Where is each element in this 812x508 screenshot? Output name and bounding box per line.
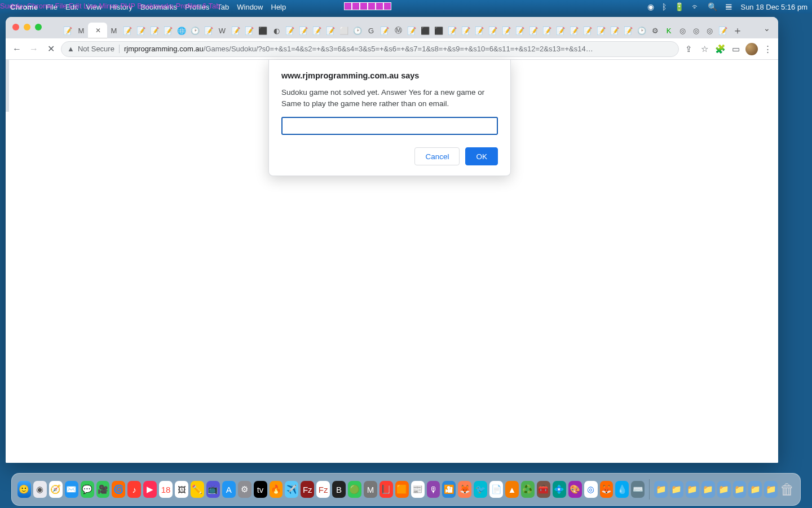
dialog-prompt-input[interactable] xyxy=(281,117,498,135)
tab-close-icon[interactable]: ✕ xyxy=(95,27,101,34)
dock-app-zoom[interactable]: 🎦 xyxy=(442,481,456,498)
tab[interactable]: 📝 xyxy=(581,23,594,38)
tab[interactable]: 📝 xyxy=(324,23,337,38)
tab[interactable]: Ⓜ xyxy=(391,23,405,38)
dock-app-filezilla[interactable]: Fz xyxy=(301,481,314,498)
dock-app-vlc[interactable]: ▲ xyxy=(505,481,519,498)
tab[interactable]: 📝 xyxy=(621,23,635,38)
active-tab[interactable]: ✕ xyxy=(88,23,107,38)
tab[interactable]: G xyxy=(364,23,378,38)
tab[interactable]: 📝 xyxy=(242,23,256,38)
dialog-cancel-button[interactable]: Cancel xyxy=(414,147,460,165)
tab[interactable]: 📝 xyxy=(716,23,730,38)
tab[interactable]: ⬛ xyxy=(256,23,270,38)
dock-app[interactable]: 💠 xyxy=(553,481,566,498)
tab[interactable]: ⬛ xyxy=(418,23,432,38)
recording-indicator-icon[interactable]: ◉ xyxy=(647,2,654,11)
tab[interactable]: 📝 xyxy=(134,23,148,38)
tab[interactable]: 📝 xyxy=(513,23,527,38)
battery-icon[interactable]: 🔋 xyxy=(674,2,684,11)
dock-app-notes[interactable]: ✏️ xyxy=(191,481,204,498)
address-bar[interactable]: ▲ Not Secure rjmprogramming.com.au /Game… xyxy=(61,41,679,57)
tab[interactable]: 📝 xyxy=(500,23,513,38)
tab[interactable]: 📝 xyxy=(310,23,324,38)
dock-app[interactable]: 🐦 xyxy=(474,481,487,498)
dock-app-settings[interactable]: ⚙ xyxy=(238,481,251,498)
dock-folder[interactable]: 📁 xyxy=(670,481,683,498)
dock-app[interactable]: ✈️ xyxy=(285,481,298,498)
side-panel-icon[interactable]: ▭ xyxy=(730,44,742,54)
back-button[interactable]: ← xyxy=(10,44,24,54)
dock-folder[interactable]: 📁 xyxy=(701,481,715,498)
share-icon[interactable]: ⇪ xyxy=(682,44,695,54)
dock-app[interactable]: 🟢 xyxy=(348,481,361,498)
dock-app-music[interactable]: ♪ xyxy=(127,481,141,498)
dock-app-mamp[interactable]: M xyxy=(364,481,377,498)
dock-app[interactable]: 📺 xyxy=(206,481,220,498)
dock-folder[interactable]: 📁 xyxy=(764,481,778,498)
dock-folder[interactable]: 📁 xyxy=(717,481,731,498)
tab[interactable]: 📝 xyxy=(148,23,161,38)
tab[interactable]: 📝 xyxy=(486,23,500,38)
dock-app[interactable]: ⌨️ xyxy=(631,481,645,498)
tab[interactable]: 📝 xyxy=(229,23,242,38)
tab[interactable]: 📝 xyxy=(594,23,608,38)
tab[interactable]: ◎ xyxy=(689,23,703,38)
dock-app-mail[interactable]: ✉️ xyxy=(65,481,78,498)
dock-app[interactable]: 🔥 xyxy=(270,481,283,498)
dock-app[interactable]: 📄 xyxy=(489,481,503,498)
dock-app-appstore[interactable]: A xyxy=(222,481,236,498)
tab[interactable]: 📝 xyxy=(202,23,215,38)
tab[interactable]: K xyxy=(662,23,676,38)
dock-app[interactable]: 📰 xyxy=(411,481,425,498)
control-centre-icon[interactable]: 𝌆 xyxy=(725,2,732,11)
tab[interactable]: 📝 xyxy=(445,23,459,38)
tab[interactable]: ◎ xyxy=(676,23,689,38)
tab[interactable]: 🕑 xyxy=(351,23,364,38)
tab[interactable]: 📝 xyxy=(527,23,540,38)
tab[interactable]: M xyxy=(74,23,88,38)
tab[interactable]: 🕑 xyxy=(635,23,648,38)
bluetooth-icon[interactable]: ᛒ xyxy=(662,2,667,11)
dock-app-facetime[interactable]: 🎥 xyxy=(96,481,110,498)
dock-app[interactable]: 🖼 xyxy=(175,481,188,498)
tab[interactable]: ◎ xyxy=(703,23,716,38)
tab[interactable]: 📝 xyxy=(540,23,554,38)
dock-app[interactable]: 🎨 xyxy=(568,481,582,498)
tab[interactable]: 📝 xyxy=(405,23,418,38)
tab-overflow-icon[interactable]: ⌄ xyxy=(764,24,770,33)
bookmark-star-icon[interactable]: ☆ xyxy=(698,44,710,54)
dock-app-tv[interactable]: tv xyxy=(254,481,267,498)
dock-app-chrome[interactable]: ◎ xyxy=(584,481,598,498)
menu-window[interactable]: Window xyxy=(237,3,263,11)
tab[interactable]: 📝 xyxy=(161,23,175,38)
tab[interactable]: ⬜ xyxy=(337,23,351,38)
dock-app[interactable]: ♻️ xyxy=(521,481,535,498)
menubar-clock[interactable]: Sun 18 Dec 5:16 pm xyxy=(740,3,807,11)
dock-app[interactable]: 🧰 xyxy=(537,481,550,498)
tab[interactable]: 📝 xyxy=(459,23,473,38)
tab[interactable]: 📝 xyxy=(61,23,74,38)
extensions-icon[interactable]: 🧩 xyxy=(714,44,726,54)
dock-folder[interactable]: 📁 xyxy=(733,481,747,498)
dock-app-podcasts[interactable]: 🎙 xyxy=(427,481,440,498)
dock-app[interactable]: 🌀 xyxy=(112,481,125,498)
window-minimise-button[interactable] xyxy=(24,24,30,30)
dock-app-filezilla2[interactable]: Fz xyxy=(316,481,330,498)
dock-app-safari[interactable]: 🧭 xyxy=(49,481,63,498)
tab[interactable]: M xyxy=(107,23,121,38)
dock-app-finder[interactable]: 🙂 xyxy=(17,481,31,498)
tab[interactable]: 📝 xyxy=(297,23,310,38)
forward-button[interactable]: → xyxy=(27,44,41,54)
profile-avatar[interactable] xyxy=(745,43,758,55)
dock-folder[interactable]: 📁 xyxy=(748,481,762,498)
dock-app[interactable]: 💧 xyxy=(615,481,629,498)
dock-app-launchpad[interactable]: ◉ xyxy=(33,481,47,498)
dock-app[interactable]: 📕 xyxy=(379,481,393,498)
dock-trash[interactable]: 🗑 xyxy=(780,481,795,498)
tab[interactable]: ⚙ xyxy=(648,23,662,38)
tab[interactable]: ⬛ xyxy=(432,23,445,38)
tab[interactable]: 📝 xyxy=(554,23,567,38)
window-zoom-button[interactable] xyxy=(35,24,42,30)
dock-folder[interactable]: 📁 xyxy=(686,481,699,498)
